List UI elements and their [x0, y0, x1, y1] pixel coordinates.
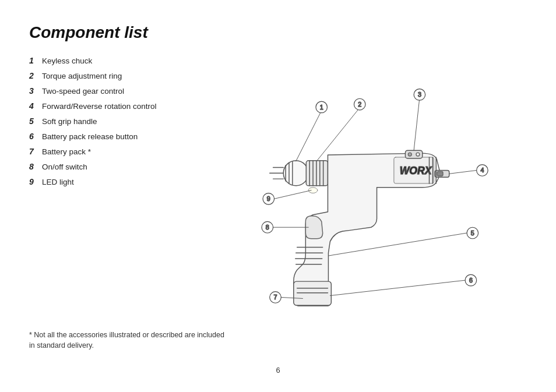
- svg-point-0: [283, 161, 308, 186]
- svg-line-40: [414, 98, 420, 150]
- svg-line-37: [317, 108, 360, 161]
- svg-line-58: [275, 190, 312, 199]
- svg-text:5: 5: [471, 229, 474, 236]
- item-number: 6: [29, 129, 38, 144]
- svg-line-49: [330, 280, 465, 295]
- list-item: 1Keyless chuck: [29, 54, 204, 69]
- page-number: 6: [276, 366, 280, 375]
- item-label: Soft grip handle: [42, 115, 97, 129]
- drill-svg: WORX: [226, 54, 505, 310]
- svg-text:2: 2: [358, 101, 361, 108]
- list-item: 7Battery pack *: [29, 144, 204, 160]
- page-container: Component list 1Keyless chuck2Torque adj…: [0, 0, 556, 392]
- item-label: Battery pack *: [42, 145, 91, 160]
- list-item: 2Torque adjustment ring: [29, 69, 204, 84]
- item-number: 9: [29, 175, 38, 190]
- svg-text:1: 1: [320, 104, 323, 111]
- svg-text:6: 6: [469, 277, 473, 284]
- svg-text:4: 4: [480, 167, 484, 174]
- footnote: * Not all the accessories illustrated or…: [29, 330, 227, 352]
- item-label: Keyless chuck: [42, 54, 92, 69]
- list-item: 9LED light: [29, 175, 204, 190]
- svg-text:9: 9: [267, 195, 270, 202]
- svg-line-46: [328, 233, 467, 256]
- svg-rect-19: [437, 171, 443, 176]
- item-label: Torque adjustment ring: [42, 69, 122, 84]
- item-label: Forward/Reverse rotation control: [42, 100, 157, 114]
- item-label: Two-speed gear control: [42, 84, 124, 99]
- svg-line-34: [296, 111, 322, 161]
- svg-text:7: 7: [274, 294, 277, 301]
- item-number: 4: [29, 99, 38, 114]
- list-item: 8On/off switch: [29, 160, 204, 175]
- list-item: 4Forward/Reverse rotation control: [29, 99, 204, 114]
- item-number: 5: [29, 114, 38, 129]
- svg-text:WORX: WORX: [400, 165, 432, 176]
- left-column: 1Keyless chuck2Torque adjustment ring3Tw…: [29, 54, 204, 310]
- item-number: 7: [29, 144, 38, 160]
- item-label: On/off switch: [42, 160, 87, 175]
- component-list: 1Keyless chuck2Torque adjustment ring3Tw…: [29, 54, 204, 190]
- page-title: Component list: [29, 23, 527, 42]
- svg-text:8: 8: [266, 224, 269, 231]
- svg-point-16: [408, 153, 411, 156]
- svg-text:3: 3: [418, 91, 421, 98]
- item-label: Battery pack release button: [42, 130, 138, 144]
- diagram-area: WORX: [204, 54, 527, 310]
- svg-point-23: [308, 188, 318, 193]
- item-label: LED light: [42, 175, 74, 190]
- item-number: 8: [29, 160, 38, 175]
- drill-diagram: WORX: [226, 54, 505, 310]
- item-number: 3: [29, 84, 38, 99]
- list-item: 5Soft grip handle: [29, 114, 204, 129]
- content-area: 1Keyless chuck2Torque adjustment ring3Tw…: [29, 54, 527, 310]
- item-number: 1: [29, 54, 38, 69]
- svg-point-17: [416, 153, 420, 156]
- svg-line-43: [449, 170, 477, 174]
- svg-rect-28: [294, 281, 332, 305]
- list-item: 3Two-speed gear control: [29, 84, 204, 99]
- list-item: 6Battery pack release button: [29, 129, 204, 144]
- item-number: 2: [29, 69, 38, 84]
